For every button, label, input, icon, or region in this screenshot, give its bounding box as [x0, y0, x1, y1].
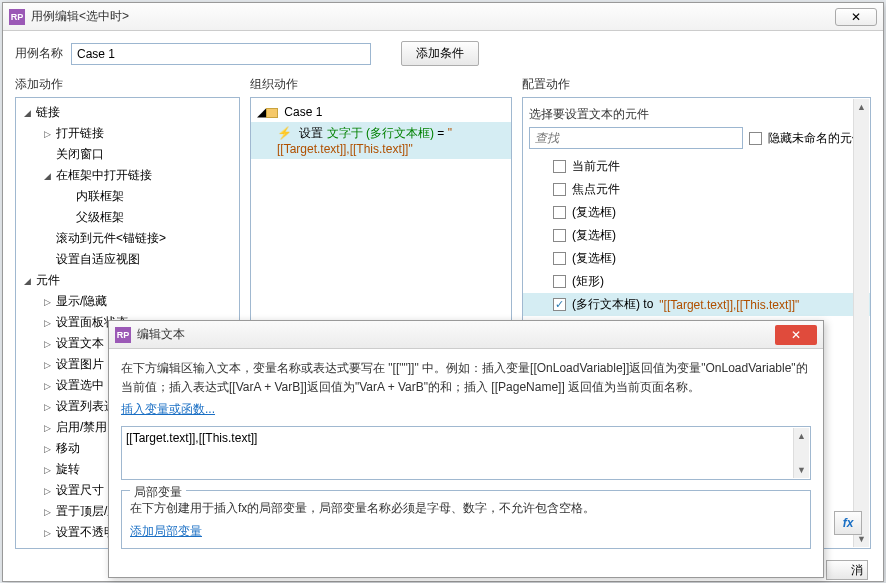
- close-button[interactable]: ✕: [835, 8, 877, 26]
- edit-close-button[interactable]: ✕: [775, 325, 817, 345]
- expand-icon: ▷: [44, 339, 53, 349]
- text-editor[interactable]: [[Target.text]],[[This.text]] ▲ ▼: [121, 426, 811, 480]
- widget-list-item[interactable]: 焦点元件: [523, 178, 870, 201]
- action-tree-item[interactable]: 滚动到元件<锚链接>: [16, 228, 239, 249]
- app-icon: RP: [115, 327, 131, 343]
- cancel-button[interactable]: 消: [826, 560, 868, 580]
- scroll-up-icon[interactable]: ▲: [854, 99, 869, 115]
- scroll-up-icon[interactable]: ▲: [794, 428, 809, 444]
- widget-label: 当前元件: [572, 158, 620, 175]
- widget-list-item[interactable]: (多行文本框) to "[[Target.text]],[[This.text]…: [523, 293, 870, 316]
- widget-list-item[interactable]: (复选框): [523, 201, 870, 224]
- widget-label: (复选框): [572, 250, 616, 267]
- action-target-widget: 文字于 (多行文本框): [327, 126, 434, 140]
- widget-checkbox[interactable]: [553, 275, 566, 288]
- widget-checkbox[interactable]: [553, 160, 566, 173]
- edit-text-dialog: RP 编辑文本 ✕ 在下方编辑区输入文本，变量名称或表达式要写在 "[[""]]…: [108, 320, 824, 578]
- action-eq: =: [437, 126, 447, 140]
- widget-checkbox[interactable]: [553, 183, 566, 196]
- widget-list-item[interactable]: (复选框): [523, 247, 870, 270]
- expand-icon: ◢: [44, 171, 53, 181]
- expand-icon: ▷: [44, 360, 53, 370]
- widget-list-item[interactable]: (复选框): [523, 224, 870, 247]
- local-vars-fieldset: 局部变量 在下方创建用于插入fx的局部变量，局部变量名称必须是字母、数字，不允许…: [121, 490, 811, 548]
- expand-icon: ▷: [44, 444, 53, 454]
- folder-icon: [266, 108, 278, 118]
- edit-dialog-title: 编辑文本: [137, 326, 775, 343]
- case-name-label: 用例名称: [15, 45, 63, 62]
- action-tree-item[interactable]: ▷显示/隐藏: [16, 291, 239, 312]
- widget-label: (复选框): [572, 227, 616, 244]
- widget-checkbox[interactable]: [553, 252, 566, 265]
- action-node[interactable]: ⚡ 设置 文字于 (多行文本框) = "[[Target.text]],[[Th…: [251, 122, 511, 159]
- action-tree-item[interactable]: ◢链接: [16, 102, 239, 123]
- action-tree-item[interactable]: 关闭窗口: [16, 144, 239, 165]
- edit-titlebar: RP 编辑文本 ✕: [109, 321, 823, 349]
- scrollbar[interactable]: ▲ ▼: [793, 428, 809, 478]
- widget-list-item[interactable]: 当前元件: [523, 155, 870, 178]
- insert-variable-link[interactable]: 插入变量或函数...: [121, 401, 215, 418]
- case-node[interactable]: ◢ Case 1: [251, 102, 511, 122]
- configure-action-heading: 配置动作: [522, 76, 871, 93]
- expand-icon: ▷: [44, 402, 53, 412]
- expand-icon: ▷: [44, 381, 53, 391]
- add-condition-button[interactable]: 添加条件: [401, 41, 479, 66]
- expand-icon: ◢: [24, 108, 33, 118]
- case-node-label: Case 1: [284, 105, 322, 119]
- select-widget-label: 选择要设置文本的元件: [523, 102, 870, 125]
- text-editor-content: [[Target.text]],[[This.text]]: [126, 431, 257, 445]
- local-vars-legend: 局部变量: [130, 485, 186, 499]
- fx-button[interactable]: fx: [834, 511, 862, 535]
- expand-icon: ▷: [44, 486, 53, 496]
- widget-label: (矩形): [572, 273, 604, 290]
- action-tree-item[interactable]: 父级框架: [16, 207, 239, 228]
- action-tree-item[interactable]: 内联框架: [16, 186, 239, 207]
- lightning-icon: ⚡: [277, 126, 292, 140]
- widget-checkbox[interactable]: [553, 206, 566, 219]
- add-action-heading: 添加动作: [15, 76, 240, 93]
- expand-icon: ▷: [44, 465, 53, 475]
- action-tree-item[interactable]: ▷打开链接: [16, 123, 239, 144]
- widget-checkbox[interactable]: [553, 229, 566, 242]
- action-tree-item[interactable]: 设置自适应视图: [16, 249, 239, 270]
- main-titlebar: RP 用例编辑<选中时> ✕: [3, 3, 883, 31]
- hide-unnamed-label: 隐藏未命名的元件: [768, 130, 864, 147]
- widget-label: 焦点元件: [572, 181, 620, 198]
- widget-list-item[interactable]: (矩形): [523, 270, 870, 293]
- case-name-input[interactable]: [71, 43, 371, 65]
- action-prefix: 设置: [299, 126, 323, 140]
- expand-icon: ▷: [44, 507, 53, 517]
- window-title: 用例编辑<选中时>: [31, 8, 835, 25]
- add-local-var-link[interactable]: 添加局部变量: [130, 523, 202, 540]
- expand-icon: ▷: [44, 528, 53, 538]
- widget-label: (多行文本框) to: [572, 296, 653, 313]
- expand-icon: ▷: [44, 423, 53, 433]
- edit-instruction: 在下方编辑区输入文本，变量名称或表达式要写在 "[[""]]" 中。例如：插入变…: [121, 359, 811, 397]
- expand-icon: ▷: [44, 129, 53, 139]
- widget-value: "[[Target.text]],[[This.text]]": [659, 298, 799, 312]
- action-tree-item[interactable]: ◢元件: [16, 270, 239, 291]
- scroll-down-icon[interactable]: ▼: [794, 462, 809, 478]
- expand-icon: ▷: [44, 297, 53, 307]
- expand-icon: ◢: [24, 276, 33, 286]
- organize-action-heading: 组织动作: [250, 76, 512, 93]
- app-icon: RP: [9, 9, 25, 25]
- scrollbar[interactable]: ▲ ▼: [853, 99, 869, 547]
- widget-checkbox[interactable]: [553, 298, 566, 311]
- hide-unnamed-checkbox[interactable]: [749, 132, 762, 145]
- local-vars-instruction: 在下方创建用于插入fx的局部变量，局部变量名称必须是字母、数字，不允许包含空格。: [130, 499, 802, 518]
- action-tree-item[interactable]: ◢在框架中打开链接: [16, 165, 239, 186]
- search-input[interactable]: [529, 127, 743, 149]
- expand-icon: ▷: [44, 318, 53, 328]
- widget-label: (复选框): [572, 204, 616, 221]
